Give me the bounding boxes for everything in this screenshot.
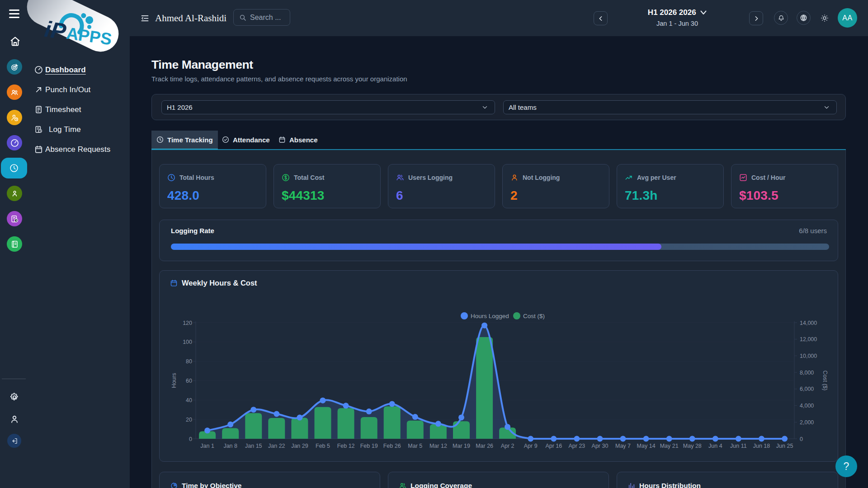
svg-text:Apr 23: Apr 23 xyxy=(568,443,585,449)
svg-text:Jan 1: Jan 1 xyxy=(200,443,214,449)
svg-text:6,000: 6,000 xyxy=(800,386,814,392)
svg-text:Feb 26: Feb 26 xyxy=(383,443,401,449)
svg-text:Cost ($): Cost ($) xyxy=(822,371,828,390)
svg-text:12,000: 12,000 xyxy=(800,336,817,343)
svg-text:0: 0 xyxy=(189,436,192,442)
svg-text:Jun 25: Jun 25 xyxy=(776,443,793,449)
svg-text:2,000: 2,000 xyxy=(800,419,814,426)
svg-text:Hours: Hours xyxy=(171,373,177,388)
svg-text:Apr 16: Apr 16 xyxy=(545,443,562,449)
svg-text:60: 60 xyxy=(186,378,192,384)
svg-text:Jun 18: Jun 18 xyxy=(753,443,770,449)
svg-text:Apr 2: Apr 2 xyxy=(501,443,514,449)
svg-text:14,000: 14,000 xyxy=(800,320,817,326)
svg-text:Apr 9: Apr 9 xyxy=(524,443,538,449)
svg-text:Jan 8: Jan 8 xyxy=(223,443,237,449)
svg-text:May 21: May 21 xyxy=(660,443,679,449)
svg-text:Feb 12: Feb 12 xyxy=(337,443,355,449)
svg-text:Apr 30: Apr 30 xyxy=(592,443,609,449)
svg-text:Jan 29: Jan 29 xyxy=(291,443,308,449)
svg-text:APPS: APPS xyxy=(65,24,113,49)
svg-text:20: 20 xyxy=(186,417,192,423)
svg-text:Jun 4: Jun 4 xyxy=(708,443,722,449)
svg-text:May 7: May 7 xyxy=(615,443,631,449)
svg-text:100: 100 xyxy=(183,339,192,345)
svg-text:Feb 5: Feb 5 xyxy=(316,443,330,449)
svg-text:120: 120 xyxy=(183,320,192,326)
svg-text:Jan 15: Jan 15 xyxy=(245,443,262,449)
svg-text:0: 0 xyxy=(800,436,803,442)
svg-text:40: 40 xyxy=(186,397,192,404)
svg-text:Mar 19: Mar 19 xyxy=(453,443,470,449)
svg-text:May 28: May 28 xyxy=(683,443,702,449)
svg-text:iP: iP xyxy=(43,16,68,44)
svg-text:Mar 5: Mar 5 xyxy=(408,443,422,449)
svg-text:10,000: 10,000 xyxy=(800,353,817,359)
svg-text:Mar 12: Mar 12 xyxy=(429,443,447,449)
svg-text:Hours Logged: Hours Logged xyxy=(471,313,509,319)
svg-text:8,000: 8,000 xyxy=(800,370,814,376)
svg-text:Cost ($): Cost ($) xyxy=(523,313,545,319)
svg-text:Jun 11: Jun 11 xyxy=(730,443,747,449)
svg-text:Mar 26: Mar 26 xyxy=(476,443,493,449)
svg-text:80: 80 xyxy=(186,358,192,365)
svg-text:Jan 22: Jan 22 xyxy=(268,443,285,449)
svg-text:4,000: 4,000 xyxy=(800,403,814,409)
svg-text:Feb 19: Feb 19 xyxy=(360,443,378,449)
svg-text:May 14: May 14 xyxy=(637,443,656,449)
